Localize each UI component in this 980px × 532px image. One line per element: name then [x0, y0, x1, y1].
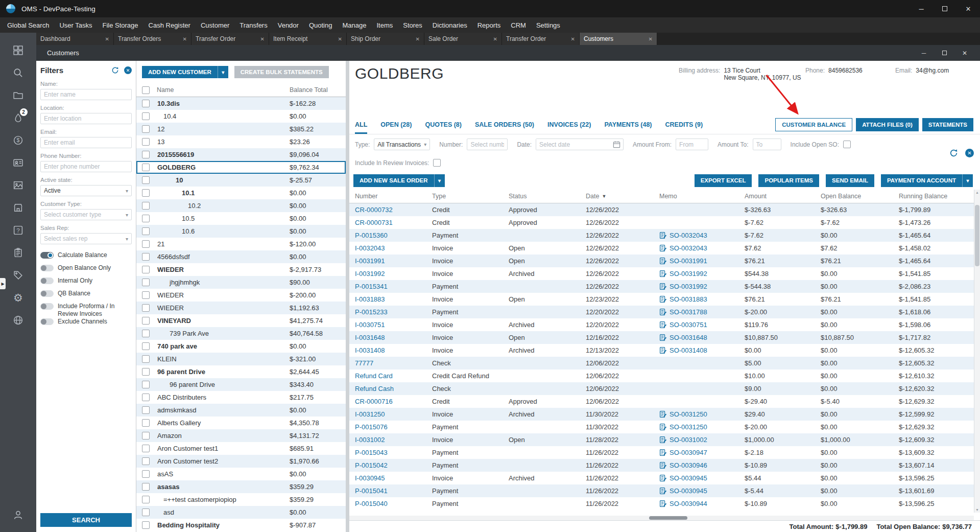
date-input[interactable]: [536, 138, 624, 150]
subwindow-restore-icon[interactable]: [934, 45, 954, 61]
column-header-date[interactable]: Date▼: [580, 193, 654, 200]
web-icon[interactable]: [7, 309, 30, 331]
customer-row[interactable]: 10.5$0.00: [136, 212, 346, 225]
column-header-memo[interactable]: Memo: [654, 193, 739, 200]
menu-item-global-search[interactable]: Global Search: [2, 17, 54, 33]
notifications-icon[interactable]: 2: [7, 106, 30, 129]
transaction-row[interactable]: I-0031250InvoiceArchived11/30/2022SO-003…: [349, 408, 974, 421]
column-header-balance-total[interactable]: Balance Total: [290, 86, 346, 94]
customer-checkbox[interactable]: [142, 496, 150, 503]
menu-item-customer[interactable]: Customer: [196, 17, 234, 33]
transaction-memo[interactable]: SO-0031992: [654, 283, 739, 290]
detail-tab-sale-orders-50[interactable]: SALE ORDERS (50): [475, 115, 534, 134]
customer-checkbox[interactable]: [142, 368, 150, 376]
column-header-running-balance[interactable]: Running Balance: [893, 193, 964, 200]
column-header-status[interactable]: Status: [503, 193, 580, 200]
filter-input-email[interactable]: [40, 137, 132, 148]
type-select[interactable]: All Transactions ▾: [374, 138, 430, 150]
customer-checkbox[interactable]: [142, 164, 150, 171]
transaction-number[interactable]: I-0030751: [349, 321, 426, 329]
tab-close-icon[interactable]: ✕: [571, 36, 575, 42]
transaction-number[interactable]: I-0031991: [349, 257, 426, 265]
customer-row[interactable]: ABC Distributers$217.75: [136, 391, 346, 404]
customer-checkbox[interactable]: [142, 266, 150, 273]
transaction-memo[interactable]: SO-0032043: [654, 244, 739, 252]
transaction-memo[interactable]: SO-0031991: [654, 257, 739, 265]
customer-row[interactable]: KLEIN$-321.00: [136, 353, 346, 365]
include-in-review-checkbox[interactable]: [433, 159, 441, 167]
customer-row[interactable]: WIEDER$-2,917.73: [136, 263, 346, 276]
customer-checkbox[interactable]: [142, 342, 150, 350]
memo-link[interactable]: SO-0031250: [670, 410, 707, 418]
transaction-row[interactable]: I-0030751InvoiceArchived12/20/2022SO-003…: [349, 318, 974, 331]
customer-row[interactable]: Bedding Hospitality$-907.87: [136, 519, 346, 531]
tab-close-icon[interactable]: ✕: [183, 36, 187, 42]
payment-on-account-button[interactable]: PAYMENT ON ACCOUNT: [881, 174, 962, 187]
transaction-number[interactable]: I-0031992: [349, 270, 426, 277]
customer-row[interactable]: 12$385.22: [136, 123, 346, 135]
menu-item-items[interactable]: Items: [371, 17, 398, 33]
transaction-row[interactable]: P-0015233Payment12/20/2022SO-0031788$-20…: [349, 306, 974, 318]
customer-row[interactable]: 96 parent Drive$343.40: [136, 378, 346, 391]
search-icon[interactable]: [7, 61, 30, 84]
memo-link[interactable]: SO-0031883: [670, 295, 707, 303]
customer-checkbox[interactable]: [142, 100, 150, 107]
tab-close-icon[interactable]: ✕: [260, 36, 265, 42]
search-button[interactable]: SEARCH: [40, 513, 132, 527]
toggle-switch[interactable]: [40, 318, 54, 325]
customer-row[interactable]: 10.4$0.00: [136, 110, 346, 123]
transaction-row[interactable]: I-0031648InvoiceOpen12/16/2022SO-0031648…: [349, 331, 974, 344]
menu-item-manage[interactable]: Manage: [337, 17, 371, 33]
transaction-number[interactable]: Refund Cash: [349, 385, 426, 392]
filter-toggle-open-balance-only[interactable]: Open Balance Only: [40, 264, 132, 277]
customer-checkbox[interactable]: [142, 291, 150, 299]
transaction-number[interactable]: P-0015076: [349, 423, 426, 431]
transaction-row[interactable]: P-0015043Payment11/26/2022SO-0030947$-2.…: [349, 446, 974, 459]
transaction-row[interactable]: P-0015076Payment11/30/2022SO-0031250$-20…: [349, 421, 974, 433]
customer-row[interactable]: jhgjhmhgk$90.00: [136, 276, 346, 289]
tab-customers[interactable]: Customers✕: [580, 33, 657, 45]
customer-checkbox[interactable]: [142, 279, 150, 286]
transaction-memo[interactable]: SO-0030945: [654, 474, 739, 482]
tab-close-icon[interactable]: ✕: [338, 36, 342, 42]
transaction-number[interactable]: I-0031883: [349, 295, 426, 303]
column-header-amount[interactable]: Amount: [739, 193, 815, 200]
minimize-icon[interactable]: ─: [910, 0, 933, 17]
transaction-memo[interactable]: SO-0030944: [654, 500, 739, 507]
tab-transfer-order[interactable]: Transfer Order✕: [502, 33, 580, 45]
transaction-memo[interactable]: SO-0031992: [654, 270, 739, 277]
transaction-number[interactable]: P-0015042: [349, 461, 426, 469]
memo-link[interactable]: SO-0030945: [670, 487, 707, 495]
menu-item-stores[interactable]: Stores: [398, 17, 427, 33]
memo-link[interactable]: SO-0030751: [670, 321, 707, 329]
customer-checkbox[interactable]: [142, 419, 150, 427]
vertical-scrollbar-thumb[interactable]: [975, 205, 979, 266]
transaction-number[interactable]: P-0015233: [349, 308, 426, 316]
memo-link[interactable]: SO-0030944: [670, 500, 707, 507]
customer-checkbox[interactable]: [142, 138, 150, 146]
column-header-name[interactable]: Name: [157, 86, 290, 94]
transaction-memo[interactable]: SO-0030751: [654, 321, 739, 329]
customer-row[interactable]: Amazon$4,131.72: [136, 429, 346, 442]
customer-checkbox[interactable]: [142, 355, 150, 363]
customer-checkbox[interactable]: [142, 253, 150, 261]
customer-row[interactable]: 96 parent Drive$2,644.45: [136, 365, 346, 378]
customer-checkbox[interactable]: [142, 202, 150, 210]
popular-items-button[interactable]: POPULAR ITEMS: [758, 174, 819, 187]
clipboard-icon[interactable]: [7, 241, 30, 264]
transaction-number[interactable]: CR-0000716: [349, 398, 426, 405]
calendar-icon[interactable]: [613, 141, 620, 148]
attach-files-button[interactable]: ATTACH FILES (0): [856, 118, 919, 131]
transaction-number[interactable]: I-0032043: [349, 244, 426, 252]
filter-toggle-exclude-channels[interactable]: Exclude Channels: [40, 318, 132, 331]
filter-input-name[interactable]: [40, 89, 132, 100]
memo-link[interactable]: SO-0031002: [670, 436, 707, 444]
customer-checkbox[interactable]: [142, 432, 150, 440]
filter-toggle-calculate-balance[interactable]: Calculate Balance: [40, 251, 132, 264]
filter-select[interactable]: Active▾: [40, 185, 132, 196]
detail-tab-all[interactable]: ALL: [355, 115, 367, 134]
payment-on-account-dropdown[interactable]: ▾: [962, 174, 973, 187]
finance-icon[interactable]: $: [7, 129, 30, 151]
transaction-number[interactable]: CR-0000732: [349, 206, 426, 214]
tags-icon[interactable]: [7, 264, 30, 286]
